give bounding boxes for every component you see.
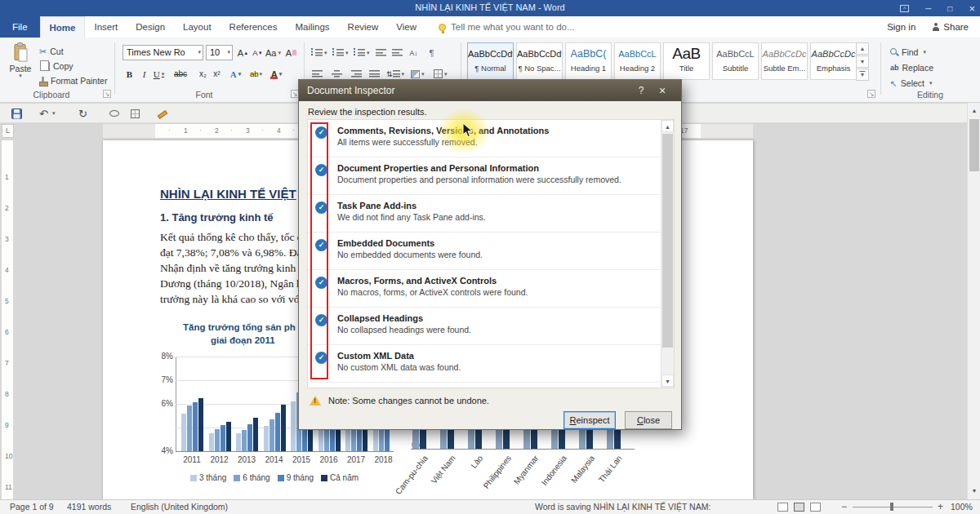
- decrease-indent-icon: [376, 48, 386, 57]
- oval-shape-button[interactable]: [109, 106, 119, 121]
- close-button[interactable]: ×: [969, 2, 975, 15]
- style-title[interactable]: AaBTitle: [663, 42, 710, 80]
- find-button[interactable]: Find: [890, 46, 926, 59]
- text-effects-button[interactable]: A: [229, 66, 243, 82]
- copy-icon: [42, 62, 50, 71]
- list-scrollbar-thumb[interactable]: [662, 134, 673, 348]
- read-mode-button[interactable]: [777, 503, 788, 512]
- zoom-slider-thumb[interactable]: [890, 503, 893, 511]
- zoom-out-button[interactable]: −: [841, 501, 847, 512]
- page-indicator[interactable]: Page 1 of 9: [10, 502, 54, 512]
- decrease-indent-button[interactable]: [374, 45, 388, 60]
- language-indicator[interactable]: English (United Kingdom): [131, 502, 228, 512]
- ruler-number: 2: [215, 126, 219, 135]
- strikethrough-button[interactable]: abc: [173, 66, 188, 82]
- print-layout-button[interactable]: [794, 503, 804, 512]
- bullets-button[interactable]: [310, 45, 328, 60]
- font-name-combo[interactable]: Times New Ro: [122, 45, 203, 60]
- superscript-button[interactable]: x²: [210, 66, 224, 82]
- multilevel-list-button[interactable]: [353, 45, 371, 60]
- dialog-title: Document Inspector: [307, 85, 394, 96]
- person-icon: [932, 23, 940, 31]
- replace-button[interactable]: ab Replace: [890, 61, 933, 74]
- list-scroll-up-icon[interactable]: ▲: [662, 120, 674, 132]
- styles-scroll-up[interactable]: ▲: [856, 42, 869, 55]
- select-button[interactable]: ↖ Select: [890, 77, 933, 90]
- style-subtle-em[interactable]: AaBbCcDcSubtle Em...: [761, 42, 808, 80]
- tab-mailings[interactable]: Mailings: [286, 16, 338, 38]
- dialog-help-button[interactable]: ?: [630, 85, 652, 96]
- font-color-button[interactable]: A: [270, 66, 283, 82]
- tab-design[interactable]: Design: [127, 16, 174, 38]
- change-case-button[interactable]: Aa: [265, 45, 282, 60]
- tab-review[interactable]: Review: [339, 16, 388, 38]
- list-scroll-down-icon[interactable]: ▼: [662, 374, 674, 387]
- zoom-level[interactable]: 100%: [951, 502, 973, 512]
- style-emphasis[interactable]: AaBbCcDcEmphasis: [810, 42, 857, 80]
- style-no-spac[interactable]: AaBbCcDdt¶ No Spac...: [516, 42, 563, 80]
- styles-more-button[interactable]: ▼: [856, 69, 869, 81]
- italic-button[interactable]: I: [137, 66, 151, 82]
- cut-button[interactable]: ✂ Cut: [39, 45, 64, 58]
- numbering-icon: [332, 48, 344, 57]
- style-subtitle[interactable]: AaBbCcLSubtitle: [712, 42, 759, 80]
- tab-view[interactable]: View: [387, 16, 425, 38]
- undo-dropdown[interactable]: ▾: [52, 106, 56, 121]
- tab-selector[interactable]: L: [2, 124, 14, 138]
- sort-button[interactable]: A↓: [407, 45, 421, 60]
- style-preview: AaBbC(: [566, 44, 611, 64]
- scroll-up-icon[interactable]: ▲: [968, 104, 980, 117]
- inspection-results-list: ✓Comments, Revisions, Versions, and Anno…: [307, 119, 675, 388]
- numbering-button[interactable]: [332, 45, 350, 60]
- style-heading-1[interactable]: AaBbC(Heading 1: [565, 42, 612, 80]
- zoom-in-button[interactable]: +: [938, 501, 943, 512]
- highlight-color-button[interactable]: ab: [248, 66, 263, 82]
- dialog-close-button[interactable]: ×: [652, 84, 673, 97]
- styles-launcher[interactable]: ↘: [867, 90, 875, 98]
- reinspect-button[interactable]: Reinspect: [564, 411, 616, 429]
- redo-button[interactable]: ↻: [78, 106, 87, 121]
- shrink-font-button[interactable]: A▼: [251, 45, 265, 60]
- tab-home[interactable]: Home: [40, 16, 86, 38]
- increase-indent-button[interactable]: [390, 45, 404, 60]
- clear-formatting-button[interactable]: A: [284, 45, 298, 60]
- font-size-combo[interactable]: 10: [206, 45, 233, 60]
- copy-button[interactable]: Copy: [39, 60, 74, 73]
- show-paragraph-marks-button[interactable]: ¶: [425, 45, 439, 60]
- subscript-button[interactable]: x₂: [196, 66, 210, 82]
- grow-font-button[interactable]: A▲: [236, 45, 250, 60]
- clipboard-launcher[interactable]: ↘: [103, 90, 111, 98]
- chart-bar: [181, 414, 186, 451]
- style-heading-2[interactable]: AaBbCcLHeading 2: [614, 42, 661, 80]
- ribbon-display-options-icon[interactable]: ^: [900, 5, 909, 12]
- maximize-button[interactable]: □: [947, 4, 952, 13]
- minimize-button[interactable]: ─: [925, 4, 931, 13]
- format-painter-button[interactable]: Format Painter: [39, 74, 107, 87]
- draw-button[interactable]: [157, 106, 167, 121]
- undo-button[interactable]: ↶: [39, 106, 48, 121]
- save-button[interactable]: [11, 106, 22, 121]
- check-icon: ✓: [315, 314, 327, 326]
- word-count[interactable]: 4191 words: [67, 502, 111, 512]
- vertical-ruler[interactable]: 1234567891011: [2, 140, 14, 499]
- close-dialog-button[interactable]: Close: [625, 411, 672, 429]
- list-scrollbar[interactable]: ▲ ▼: [661, 120, 674, 388]
- sign-in-link[interactable]: Sign in: [887, 22, 915, 32]
- tell-me-box[interactable]: Tell me what you want to do...: [439, 16, 575, 38]
- paste-button[interactable]: Paste ▾: [4, 42, 37, 92]
- tab-insert[interactable]: Insert: [85, 16, 127, 38]
- style-normal[interactable]: AaBbCcDdt¶ Normal: [467, 42, 514, 80]
- share-button[interactable]: Share: [932, 22, 969, 32]
- tab-references[interactable]: References: [220, 16, 287, 38]
- web-layout-button[interactable]: [810, 503, 821, 512]
- underline-button[interactable]: U: [152, 66, 166, 82]
- bold-button[interactable]: B: [122, 66, 136, 82]
- tab-file[interactable]: File: [0, 16, 40, 38]
- styles-scroll-down[interactable]: ▼: [856, 55, 869, 68]
- tab-layout[interactable]: Layout: [174, 16, 220, 38]
- scrollbar-thumb[interactable]: [969, 119, 979, 171]
- dialog-titlebar[interactable]: Document Inspector ? ×: [299, 80, 681, 101]
- scroll-down-icon[interactable]: ▼: [968, 485, 980, 498]
- table-button[interactable]: [131, 106, 140, 121]
- document-scrollbar[interactable]: ▲ ▼: [967, 103, 980, 499]
